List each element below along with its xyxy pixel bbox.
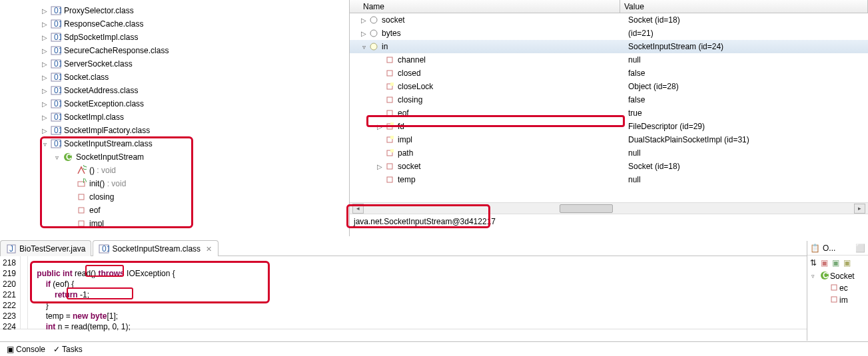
classfile-icon: 01 bbox=[51, 32, 61, 43]
twisty-icon[interactable]: ▷ bbox=[40, 114, 49, 121]
variable-row[interactable]: ▷bytes(id=21) bbox=[350, 27, 868, 40]
svg-rect-34 bbox=[387, 71, 392, 76]
outline-row[interactable]: ▿CSocket bbox=[810, 270, 868, 282]
twisty-icon[interactable]: ▷ bbox=[40, 21, 49, 28]
close-icon[interactable]: ✕ bbox=[205, 245, 213, 253]
tree-label: Socket.class bbox=[64, 73, 109, 82]
twisty-icon[interactable]: ▷ bbox=[375, 163, 384, 170]
svg-text:C: C bbox=[823, 271, 829, 280]
console-tab[interactable]: ▣Console bbox=[3, 345, 49, 354]
svg-rect-42 bbox=[390, 136, 394, 139]
tree-label: ProxySelector.class bbox=[64, 6, 134, 15]
var-value: DualStackPlainSocketImpl (id=31) bbox=[628, 135, 868, 144]
outline-label: ec bbox=[839, 283, 848, 293]
var-sq-icon bbox=[384, 174, 395, 185]
editor-tab[interactable]: 01SocketInputStream.class✕ bbox=[93, 240, 218, 256]
tree-row[interactable]: ▷01Socket.class bbox=[40, 71, 349, 84]
variable-row[interactable]: closeLockObject (id=28) bbox=[350, 80, 868, 93]
var-value: (id=21) bbox=[628, 29, 868, 38]
tree-row[interactable]: ▷01ResponseCache.class bbox=[40, 17, 349, 31]
var-sq-icon bbox=[384, 68, 395, 79]
twisty-icon[interactable]: ▷ bbox=[359, 30, 368, 37]
variable-row[interactable]: implDualStackPlainSocketImpl (id=31) bbox=[350, 133, 868, 146]
twisty-icon[interactable]: ▷ bbox=[40, 87, 49, 94]
tasks-icon: ✓ bbox=[53, 345, 60, 354]
filter-local-icon[interactable]: ▣ bbox=[843, 258, 851, 267]
annotation-box bbox=[30, 261, 270, 303]
twisty-icon[interactable]: ▷ bbox=[359, 17, 368, 24]
var-circle-icon bbox=[368, 28, 379, 39]
tree-row[interactable]: ▷01SocketAddress.class bbox=[40, 84, 349, 97]
svg-text:01: 01 bbox=[54, 33, 61, 42]
filter-fields-icon[interactable]: ▣ bbox=[821, 258, 828, 267]
classfile-icon: 01 bbox=[51, 59, 61, 69]
twisty-icon[interactable]: ▷ bbox=[40, 127, 49, 134]
tasks-tab[interactable]: ✓Tasks bbox=[49, 345, 87, 354]
variable-row[interactable]: ▷socketSocket (id=18) bbox=[350, 13, 868, 27]
svg-text:01: 01 bbox=[54, 126, 61, 135]
svg-rect-46 bbox=[387, 177, 392, 182]
twisty-icon[interactable]: ▿ bbox=[811, 273, 819, 279]
scroll-thumb[interactable] bbox=[560, 204, 613, 213]
tree-row[interactable]: ▷01SocketImplFactory.class bbox=[40, 124, 349, 137]
line-gutter: 218219220221222223224 bbox=[0, 256, 20, 329]
tree-row[interactable]: ▷01SecureCacheResponse.class bbox=[40, 44, 349, 57]
var-value: null bbox=[628, 148, 868, 158]
tree-label: SdpSocketImpl.class bbox=[64, 33, 138, 42]
var-sq-icon bbox=[384, 55, 395, 65]
tree-row[interactable]: ▷01ServerSocket.class bbox=[40, 57, 349, 71]
var-value: FileDescriptor (id=29) bbox=[628, 122, 868, 131]
annotation-box bbox=[366, 115, 625, 127]
tree-label: SocketImplFactory.class bbox=[64, 126, 150, 135]
editor-tabs: JBioTestServer.java01SocketInputStream.c… bbox=[0, 240, 868, 256]
twisty-icon[interactable]: ▷ bbox=[40, 61, 49, 68]
outline-row[interactable]: ec bbox=[810, 282, 868, 294]
twisty-icon[interactable]: ▷ bbox=[40, 47, 49, 55]
variable-row[interactable]: channelnull bbox=[350, 53, 868, 67]
var-name: closeLock bbox=[398, 82, 628, 91]
variable-row[interactable]: ▷socketSocket (id=18) bbox=[350, 160, 868, 173]
var-value: true bbox=[628, 108, 868, 118]
svg-text:01: 01 bbox=[54, 59, 61, 69]
col-header-name[interactable]: Name bbox=[359, 0, 620, 13]
variable-row[interactable]: tempnull bbox=[350, 173, 868, 186]
col-header-value[interactable]: Value bbox=[620, 0, 868, 13]
var-name: socket bbox=[398, 162, 628, 171]
tab-label: SocketInputStream.class bbox=[112, 244, 201, 254]
folding-column[interactable] bbox=[20, 256, 28, 329]
var-name: closing bbox=[398, 95, 628, 104]
twisty-icon[interactable]: ▷ bbox=[40, 7, 49, 15]
tree-row[interactable]: ▷01SdpSocketImpl.class bbox=[40, 31, 349, 44]
var-name: impl bbox=[398, 135, 628, 144]
variable-row[interactable]: closingfalse bbox=[350, 93, 868, 106]
var-value: null bbox=[628, 55, 868, 65]
var-value: Object (id=28) bbox=[628, 82, 868, 91]
filter-static-icon[interactable]: ▣ bbox=[832, 258, 839, 267]
svg-text:01: 01 bbox=[54, 86, 61, 95]
outline-label: Socket bbox=[830, 271, 855, 281]
variable-row[interactable]: pathnull bbox=[350, 146, 868, 160]
sort-icon[interactable]: ⇅ bbox=[810, 258, 817, 267]
maximize-icon[interactable]: ⬜ bbox=[855, 244, 865, 253]
tree-label: ResponseCache.class bbox=[64, 19, 143, 29]
tree-row[interactable]: ▷01ProxySelector.class bbox=[40, 4, 349, 17]
twisty-icon[interactable]: ▿ bbox=[359, 43, 368, 51]
variable-row[interactable]: ▿inSocketInputStream (id=24) bbox=[350, 40, 868, 53]
tree-label: SocketAddress.class bbox=[64, 86, 138, 95]
outline-row[interactable]: im bbox=[810, 294, 868, 306]
twisty-icon[interactable]: ▷ bbox=[40, 100, 49, 108]
tree-label: SecureCacheResponse.class bbox=[64, 46, 169, 55]
svg-point-32 bbox=[370, 43, 377, 50]
editor-tab[interactable]: JBioTestServer.java bbox=[0, 240, 91, 256]
tree-row[interactable]: ▷01SocketImpl.class bbox=[40, 110, 349, 124]
twisty-icon[interactable]: ▷ bbox=[40, 74, 49, 81]
svg-text:01: 01 bbox=[54, 99, 61, 108]
svg-text:01: 01 bbox=[54, 46, 61, 55]
scroll-right-button[interactable]: ▸ bbox=[854, 204, 865, 214]
variable-row[interactable]: closedfalse bbox=[350, 67, 868, 80]
var-value: SocketInputStream (id=24) bbox=[628, 42, 868, 51]
var-name: temp bbox=[398, 175, 628, 184]
twisty-icon[interactable]: ▷ bbox=[40, 34, 49, 41]
tree-row[interactable]: ▷01SocketException.class bbox=[40, 97, 349, 110]
var-name: path bbox=[398, 148, 628, 158]
